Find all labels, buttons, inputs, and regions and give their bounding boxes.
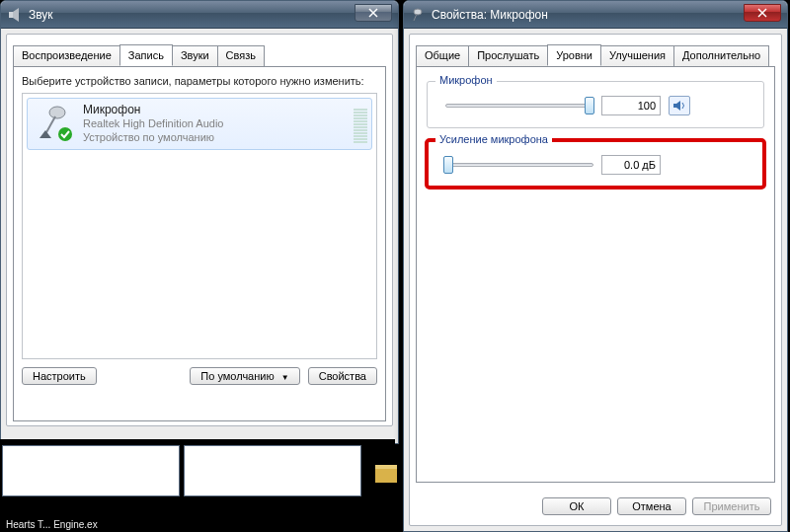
- tab-sounds[interactable]: Звуки: [172, 45, 218, 67]
- close-button[interactable]: [355, 4, 392, 22]
- close-icon: [368, 8, 378, 18]
- tabs: Воспроизведение Запись Звуки Связь: [13, 38, 386, 66]
- microphone-level-value[interactable]: [601, 96, 661, 115]
- tab-recording[interactable]: Запись: [119, 44, 173, 66]
- sound-window-titlebar[interactable]: Звук: [1, 1, 398, 29]
- microphone-level-slider[interactable]: [445, 104, 593, 108]
- group-title: Усиление микрофона: [435, 133, 552, 145]
- mic-properties-titlebar[interactable]: Свойства: Микрофон: [404, 1, 787, 29]
- microphone-small-icon: [410, 7, 426, 23]
- svg-marker-11: [673, 101, 680, 111]
- svg-point-6: [58, 127, 72, 141]
- ok-button[interactable]: ОК: [542, 497, 611, 515]
- set-default-label: По умолчанию: [200, 370, 274, 382]
- slider-thumb[interactable]: [585, 97, 594, 114]
- tabs: Общие Прослушать Уровни Улучшения Дополн…: [416, 38, 775, 66]
- set-default-button[interactable]: По умолчанию ▼: [190, 367, 299, 385]
- properties-button[interactable]: Свойства: [308, 367, 377, 385]
- tab-general[interactable]: Общие: [416, 45, 469, 67]
- microphone-boost-value[interactable]: [601, 155, 661, 175]
- svg-line-5: [45, 116, 55, 134]
- device-name: Микрофон: [83, 103, 223, 116]
- device-list[interactable]: Микрофон Realtek High Definition Audio У…: [22, 93, 377, 359]
- tab-enhancements[interactable]: Улучшения: [600, 45, 674, 67]
- device-driver: Realtek High Definition Audio: [83, 116, 223, 130]
- desktop-icon-labels: Hearts T... Engine.ex: [0, 517, 104, 532]
- tab-levels[interactable]: Уровни: [547, 44, 601, 66]
- group-microphone-boost: Усиление микрофона: [427, 140, 764, 188]
- instruction-text: Выберите устройство записи, параметры ко…: [22, 75, 377, 87]
- apply-button[interactable]: Применить: [692, 497, 771, 515]
- svg-point-4: [49, 107, 65, 118]
- svg-point-7: [414, 9, 422, 15]
- chevron-down-icon: ▼: [281, 373, 289, 382]
- taskbar-thumbnail[interactable]: [184, 445, 361, 496]
- cancel-button[interactable]: Отмена: [617, 497, 686, 515]
- taskbar-thumbnail[interactable]: [2, 445, 180, 496]
- window-title: Звук: [29, 8, 53, 22]
- group-microphone-level: Микрофон: [427, 81, 764, 128]
- tab-communications[interactable]: Связь: [217, 45, 265, 67]
- svg-rect-13: [375, 465, 397, 469]
- svg-marker-1: [13, 8, 19, 22]
- tab-playback[interactable]: Воспроизведение: [13, 45, 120, 67]
- svg-rect-0: [9, 12, 13, 18]
- configure-button[interactable]: Настроить: [22, 367, 97, 385]
- device-status: Устройство по умолчанию: [83, 130, 223, 144]
- slider-thumb[interactable]: [443, 156, 453, 174]
- tab-advanced[interactable]: Дополнительно: [673, 45, 769, 67]
- group-title: Микрофон: [435, 74, 497, 86]
- close-icon: [757, 8, 767, 18]
- desktop-background: Hearts T... Engine.ex: [0, 439, 395, 532]
- speaker-icon: [7, 7, 23, 23]
- microphone-boost-slider[interactable]: [445, 163, 593, 167]
- close-button[interactable]: [744, 4, 781, 22]
- tab-listen[interactable]: Прослушать: [468, 45, 548, 67]
- speaker-icon: [672, 99, 686, 113]
- window-title: Свойства: Микрофон: [432, 8, 548, 22]
- folder-icon[interactable]: [375, 459, 397, 487]
- level-meter: [354, 103, 367, 145]
- microphone-icon: [32, 103, 75, 142]
- device-item-microphone[interactable]: Микрофон Realtek High Definition Audio У…: [27, 98, 372, 150]
- mute-button[interactable]: [669, 96, 690, 115]
